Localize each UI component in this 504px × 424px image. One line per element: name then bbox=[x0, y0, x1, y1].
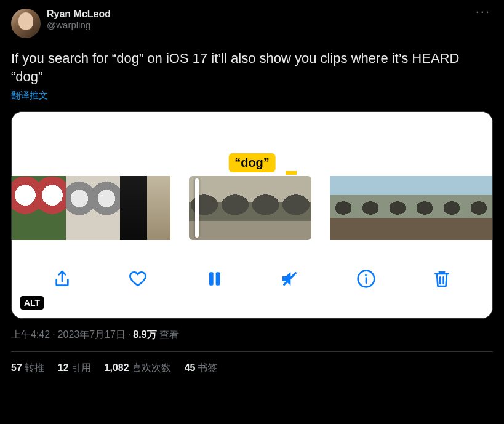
search-highlight-label: “dog” bbox=[228, 153, 276, 172]
tweet-text: If you search for “dog” on iOS 17 it’ll … bbox=[11, 49, 493, 86]
clip-thumb[interactable] bbox=[220, 176, 250, 240]
views-label: 查看 bbox=[159, 329, 179, 342]
clip-group[interactable] bbox=[330, 176, 492, 240]
more-menu-button[interactable]: ··· bbox=[473, 9, 493, 15]
clip-group-active[interactable] bbox=[189, 176, 311, 240]
display-name: Ryan McLeod bbox=[47, 9, 467, 20]
avatar[interactable] bbox=[11, 9, 41, 38]
author-block[interactable]: Ryan McLeod @warpling bbox=[47, 9, 467, 30]
highlight-marker bbox=[286, 171, 297, 175]
meta-sep: · bbox=[52, 329, 55, 340]
clip-thumb[interactable] bbox=[357, 176, 384, 240]
share-icon[interactable] bbox=[51, 268, 73, 290]
clip-thumb[interactable] bbox=[189, 176, 220, 240]
pause-icon[interactable] bbox=[203, 268, 225, 290]
clip-thumb[interactable] bbox=[330, 176, 357, 240]
meta-time[interactable]: 上午4:42 bbox=[11, 329, 50, 342]
tweet-header: Ryan McLeod @warpling ··· bbox=[11, 9, 493, 38]
clip-thumb[interactable] bbox=[147, 176, 170, 240]
stat-likes[interactable]: 1,082喜欢次数 bbox=[105, 362, 171, 375]
translate-link[interactable]: 翻译推文 bbox=[11, 90, 48, 102]
stat-bookmarks[interactable]: 45书签 bbox=[185, 362, 218, 375]
meta-date[interactable]: 2023年7月17日 bbox=[58, 329, 126, 342]
playhead[interactable] bbox=[195, 178, 199, 238]
clip-thumb[interactable] bbox=[120, 176, 147, 240]
media-toolbar bbox=[12, 240, 492, 313]
tweet-meta: 上午4:42 · 2023年7月17日 · 8.9万 查看 bbox=[11, 329, 493, 342]
meta-sep: · bbox=[128, 329, 130, 340]
stat-retweets[interactable]: 57转推 bbox=[11, 362, 44, 375]
clip-thumb[interactable] bbox=[438, 176, 465, 240]
media-top-area: “dog” bbox=[12, 112, 492, 176]
clip-thumb[interactable] bbox=[411, 176, 438, 240]
svg-point-4 bbox=[366, 274, 366, 275]
svg-rect-0 bbox=[209, 272, 214, 285]
clip-thumb[interactable] bbox=[39, 176, 66, 240]
clip-thumb[interactable] bbox=[93, 176, 120, 240]
stat-quotes[interactable]: 12引用 bbox=[58, 362, 91, 375]
clip-thumb[interactable] bbox=[281, 176, 311, 240]
clip-thumb[interactable] bbox=[250, 176, 281, 240]
clip-thumb[interactable] bbox=[66, 176, 93, 240]
clip-thumb[interactable] bbox=[465, 176, 492, 240]
heart-icon[interactable] bbox=[127, 268, 149, 290]
alt-badge[interactable]: ALT bbox=[20, 296, 44, 310]
handle: @warpling bbox=[47, 20, 467, 30]
svg-rect-1 bbox=[215, 272, 220, 285]
mute-icon[interactable] bbox=[279, 268, 301, 290]
trash-icon[interactable] bbox=[431, 268, 453, 290]
clip-thumb[interactable] bbox=[12, 176, 39, 240]
clip-thumb[interactable] bbox=[384, 176, 411, 240]
info-icon[interactable] bbox=[355, 268, 377, 290]
views-count[interactable]: 8.9万 bbox=[133, 329, 156, 342]
tweet-container: Ryan McLeod @warpling ··· If you search … bbox=[0, 0, 504, 375]
video-timeline[interactable] bbox=[12, 176, 492, 240]
tweet-stats: 57转推 12引用 1,082喜欢次数 45书签 bbox=[11, 352, 493, 375]
media-card[interactable]: “dog” bbox=[11, 111, 493, 319]
clip-group[interactable] bbox=[12, 176, 170, 240]
